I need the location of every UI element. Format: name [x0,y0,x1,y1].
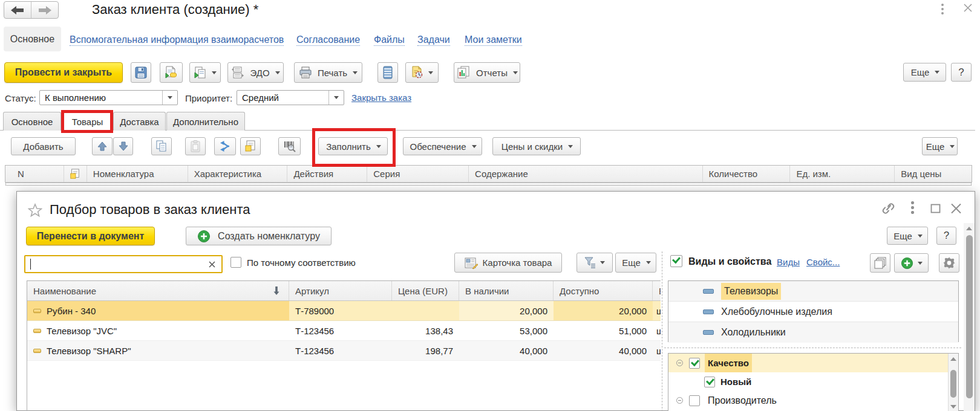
create-based-on-button[interactable] [189,62,221,83]
product-row-selected[interactable]: Рубин - 340 Т-789000 20,000 20,000 ш [27,301,661,321]
nav-link-auxiliary-info[interactable]: Вспомогательная информация взаиморасчето… [70,34,284,46]
window-menu-kebab-icon[interactable] [941,4,945,15]
tab-extra[interactable]: Дополнительно [166,112,245,131]
col-name[interactable]: Наименование [27,281,289,300]
new-checkbox[interactable] [704,377,715,387]
table-more-button[interactable]: Еще [922,137,958,155]
copy-row-button[interactable] [151,137,172,155]
dialog-scrollbar-thumb[interactable] [966,235,973,398]
col-truncated[interactable]: В [653,281,661,300]
transfer-to-document-button[interactable]: Перенести в документ [26,227,155,245]
goods-col-nomenclature[interactable]: Номенклатура [87,166,188,182]
dialog-scrollbar[interactable] [964,223,975,411]
type-item-bakery[interactable]: Хлебобулочные изделия [668,302,958,322]
settings-button[interactable] [939,253,959,273]
nav-link-tasks[interactable]: Задачи [417,34,450,46]
save-button[interactable] [131,62,151,83]
tree-row-new[interactable]: Новый [668,372,958,391]
window-close-icon[interactable] [963,3,973,13]
scroll-up-icon[interactable] [966,227,972,230]
paste-row-button[interactable] [185,137,206,155]
dialog-more-button[interactable]: Еще [887,227,928,245]
types-link[interactable]: Виды [777,257,800,267]
goods-col-series[interactable]: Серия [367,166,469,182]
dialog-menu-kebab-icon[interactable] [911,201,914,214]
reminder-button[interactable] [405,62,439,83]
barcode-search-button[interactable] [278,137,301,155]
form-help-button[interactable]: ? [951,63,972,82]
tab-main[interactable]: Основное [3,112,61,131]
collapse-icon[interactable] [676,397,683,404]
manufacturer-checkbox[interactable] [689,395,700,406]
col-available[interactable]: Доступно [554,281,653,300]
dialog-help-button[interactable]: ? [936,227,956,245]
prices-discounts-button[interactable]: Цены и скидки [492,137,581,155]
tree-row-manufacturer[interactable]: Производитель [668,391,958,410]
goods-col-n[interactable]: N [5,166,64,182]
goods-col-content[interactable]: Содержание [469,166,703,182]
supply-button[interactable]: Обеспечение [403,137,482,155]
type-item-fridges[interactable]: Холодильники [668,322,958,343]
list-more-button[interactable]: Еще [615,253,656,273]
nav-link-files[interactable]: Файлы [374,34,405,46]
post-document-button[interactable] [160,62,183,83]
collapse-icon[interactable] [676,360,683,366]
move-down-button[interactable] [113,137,133,155]
status-combobox-arrow[interactable] [162,91,177,105]
dialog-maximize-icon[interactable] [930,204,941,213]
goods-col-quantity[interactable]: Количество [703,166,791,182]
priority-combobox[interactable]: Средний [237,90,344,105]
goods-col-icon[interactable] [64,166,87,182]
product-row[interactable]: Телевизор "SHARP" Т-123456 198,77 40,000… [27,341,661,361]
product-card-button[interactable]: Карточка товара [454,253,562,273]
registers-button[interactable] [377,62,398,83]
tab-delivery[interactable]: Доставка [113,112,166,131]
add-type-button[interactable] [894,253,929,273]
goods-col-price-kind[interactable]: Вид цены [895,166,972,182]
show-nomenclature-button[interactable] [240,137,261,155]
goods-col-characteristic[interactable]: Характеристика [188,166,288,182]
compare-button[interactable] [870,253,890,273]
distribute-button[interactable] [214,137,236,155]
search-input[interactable] [24,255,223,273]
edo-button[interactable]: ЭДО [227,62,284,83]
product-row[interactable]: Телевизор "JVC" Т-123456 138,43 53,000 5… [27,321,661,341]
dialog-close-icon[interactable] [950,203,962,214]
scroll-down-icon[interactable] [950,405,956,409]
panel-horizontal-splitter[interactable] [664,348,961,348]
col-article[interactable]: Артикул [289,281,392,300]
tree-scrollbar-thumb[interactable] [950,370,956,398]
close-order-link[interactable]: Закрыть заказ [351,92,411,103]
goods-col-actions[interactable]: Действия [287,166,367,182]
panel-splitter[interactable] [662,251,662,411]
get-link-icon[interactable] [881,201,896,216]
priority-combobox-arrow[interactable] [328,91,344,105]
back-button[interactable] [4,2,31,18]
nav-section-main[interactable]: Основное [4,27,61,51]
status-combobox[interactable]: К выполнению [39,90,178,105]
types-panel-checkbox[interactable] [670,255,682,267]
print-button[interactable]: Печать [294,62,362,83]
create-nomenclature-button[interactable]: Создать номенклатуру [186,227,332,245]
tree-row-quality[interactable]: Качество [668,354,958,372]
goods-table-empty-row-cursor[interactable] [5,183,972,186]
col-price[interactable]: Цена (EUR) [392,281,459,300]
col-stock[interactable]: В наличии [459,281,554,300]
forward-button[interactable] [31,2,58,18]
quality-checkbox[interactable] [689,358,700,369]
clear-search-icon[interactable] [206,258,218,270]
post-and-close-button[interactable]: Провести и закрыть [4,62,123,83]
reports-button[interactable]: Отчеты [454,62,520,83]
goods-col-unit[interactable]: Ед. изм. [790,166,895,182]
move-up-button[interactable] [92,137,113,155]
filter-button[interactable] [577,253,613,273]
scroll-up-icon[interactable] [950,357,956,361]
add-row-button[interactable]: Добавить [11,137,76,155]
favorite-star-icon[interactable] [28,203,42,217]
nav-link-my-notes[interactable]: Мои заметки [465,34,522,46]
exact-match-checkbox[interactable] [230,257,241,268]
type-item-tv[interactable]: Телевизоры [668,281,958,302]
nav-link-approval[interactable]: Согласование [296,34,360,46]
form-more-button[interactable]: Еще [903,63,946,82]
properties-link[interactable]: Свойс... [806,257,840,267]
